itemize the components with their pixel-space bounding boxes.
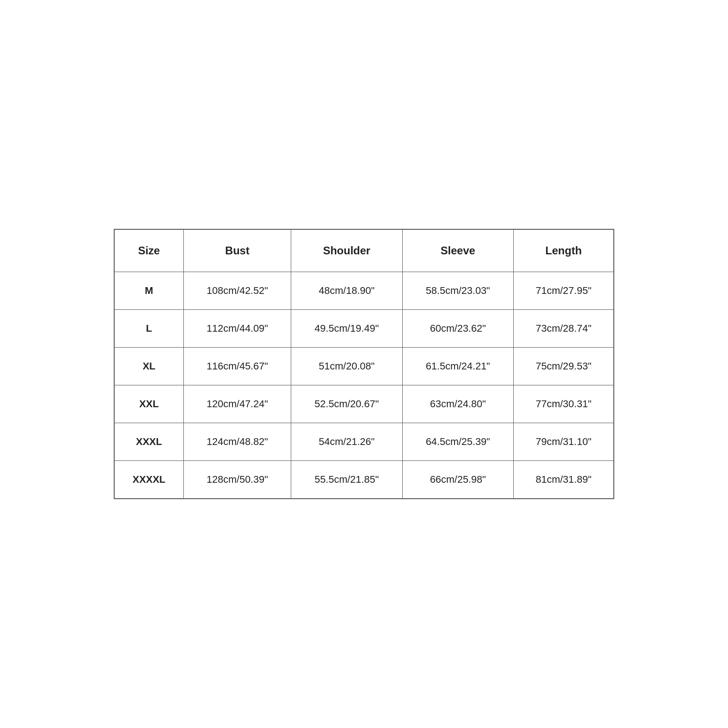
header-shoulder: Shoulder	[291, 230, 402, 272]
cell-length: 77cm/30.31"	[514, 385, 614, 423]
cell-sleeve: 63cm/24.80"	[402, 385, 513, 423]
cell-shoulder: 54cm/21.26"	[291, 423, 402, 461]
cell-length: 73cm/28.74"	[514, 310, 614, 348]
cell-bust: 108cm/42.52"	[183, 272, 291, 310]
table-row: XXXXL128cm/50.39"55.5cm/21.85"66cm/25.98…	[115, 461, 614, 499]
table-row: M108cm/42.52"48cm/18.90"58.5cm/23.03"71c…	[115, 272, 614, 310]
header-sleeve: Sleeve	[402, 230, 513, 272]
cell-sleeve: 60cm/23.62"	[402, 310, 513, 348]
cell-sleeve: 66cm/25.98"	[402, 461, 513, 499]
cell-size: XXL	[115, 385, 184, 423]
cell-sleeve: 64.5cm/25.39"	[402, 423, 513, 461]
cell-size: XXXL	[115, 423, 184, 461]
table-row: XXXL124cm/48.82"54cm/21.26"64.5cm/25.39"…	[115, 423, 614, 461]
cell-shoulder: 55.5cm/21.85"	[291, 461, 402, 499]
table-row: L112cm/44.09"49.5cm/19.49"60cm/23.62"73c…	[115, 310, 614, 348]
cell-length: 81cm/31.89"	[514, 461, 614, 499]
cell-bust: 112cm/44.09"	[183, 310, 291, 348]
header-bust: Bust	[183, 230, 291, 272]
header-length: Length	[514, 230, 614, 272]
table-row: XL116cm/45.67"51cm/20.08"61.5cm/24.21"75…	[115, 348, 614, 385]
cell-size: XL	[115, 348, 184, 385]
header-row: Size Bust Shoulder Sleeve Length	[115, 230, 614, 272]
cell-bust: 124cm/48.82"	[183, 423, 291, 461]
cell-size: XXXXL	[115, 461, 184, 499]
cell-shoulder: 48cm/18.90"	[291, 272, 402, 310]
header-size: Size	[115, 230, 184, 272]
cell-length: 75cm/29.53"	[514, 348, 614, 385]
cell-length: 79cm/31.10"	[514, 423, 614, 461]
cell-sleeve: 61.5cm/24.21"	[402, 348, 513, 385]
cell-bust: 128cm/50.39"	[183, 461, 291, 499]
size-chart-table: Size Bust Shoulder Sleeve Length M108cm/…	[114, 229, 614, 499]
cell-size: M	[115, 272, 184, 310]
cell-bust: 116cm/45.67"	[183, 348, 291, 385]
cell-length: 71cm/27.95"	[514, 272, 614, 310]
size-chart-container: Size Bust Shoulder Sleeve Length M108cm/…	[114, 229, 614, 499]
cell-shoulder: 52.5cm/20.67"	[291, 385, 402, 423]
table-row: XXL120cm/47.24"52.5cm/20.67"63cm/24.80"7…	[115, 385, 614, 423]
cell-shoulder: 51cm/20.08"	[291, 348, 402, 385]
cell-sleeve: 58.5cm/23.03"	[402, 272, 513, 310]
cell-bust: 120cm/47.24"	[183, 385, 291, 423]
cell-size: L	[115, 310, 184, 348]
cell-shoulder: 49.5cm/19.49"	[291, 310, 402, 348]
